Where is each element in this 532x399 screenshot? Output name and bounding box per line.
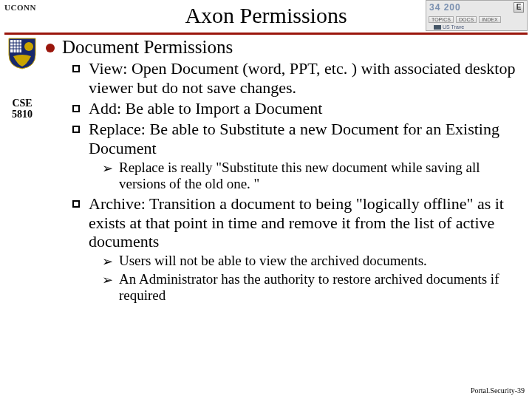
item-text: Add: Be able to Import a Document (89, 99, 322, 118)
bullet-square-icon (72, 105, 80, 112)
sub-note: ➢ Users will not be able to view the arc… (102, 253, 522, 269)
arrow-icon: ➢ (102, 273, 113, 287)
slide-footer: Portal.Security-39 (471, 386, 525, 395)
list-item: Archive: Transition a document to being … (72, 194, 522, 252)
svg-point-7 (24, 42, 33, 51)
note-text: An Administrator has the authority to re… (119, 271, 522, 304)
tab-topics[interactable]: TOPICS (429, 16, 454, 23)
slide: UCONN Axon Permissions 34 200 E TOPICS D… (0, 0, 532, 399)
close-icon[interactable]: E (514, 2, 524, 13)
tab-index[interactable]: INDEX (479, 16, 500, 23)
widget-numbers: 34 200 (429, 2, 461, 13)
tab-docs[interactable]: DOCS (456, 16, 477, 23)
heading-row: Document Permissions (46, 37, 522, 58)
note-text: Replace is really "Substitute this new d… (119, 160, 522, 193)
bullet-circle-icon (46, 44, 55, 52)
header-rule (4, 33, 528, 35)
course-number: 5810 (3, 109, 41, 120)
item-text: View: Open Document (word, PPT, etc. ) w… (89, 59, 522, 98)
bullet-square-icon (72, 65, 80, 72)
widget-tabs: TOPICS DOCS INDEX (429, 16, 501, 23)
note-text: Users will not be able to view the archi… (119, 253, 427, 269)
arrow-icon: ➢ (102, 162, 113, 175)
section-heading: Document Permissions (62, 37, 233, 58)
item-text: Archive: Transition a document to being … (89, 194, 522, 252)
shield-logo (7, 37, 37, 69)
bullet-square-icon (72, 200, 80, 208)
list-item: Replace: Be able to Substitute a new Doc… (72, 120, 522, 158)
list-item: Add: Be able to Import a Document (72, 99, 522, 118)
course-dept: CSE (3, 98, 41, 109)
browser-widget: 34 200 E TOPICS DOCS INDEX US Trave (426, 0, 528, 31)
arrow-icon: ➢ (102, 255, 113, 268)
course-code: CSE 5810 (3, 98, 41, 120)
bullet-square-icon (72, 126, 80, 133)
widget-country: US Trave (434, 24, 464, 30)
header: UCONN Axon Permissions 34 200 E TOPICS D… (0, 0, 532, 35)
flag-icon (434, 25, 441, 30)
item-text: Replace: Be able to Substitute a new Doc… (89, 120, 522, 158)
sub-note: ➢ Replace is really "Substitute this new… (102, 160, 522, 193)
sub-note: ➢ An Administrator has the authority to … (102, 271, 522, 304)
list-item: View: Open Document (word, PPT, etc. ) w… (72, 59, 522, 98)
content: Document Permissions View: Open Document… (46, 37, 522, 306)
sidebar: CSE 5810 (3, 37, 41, 120)
